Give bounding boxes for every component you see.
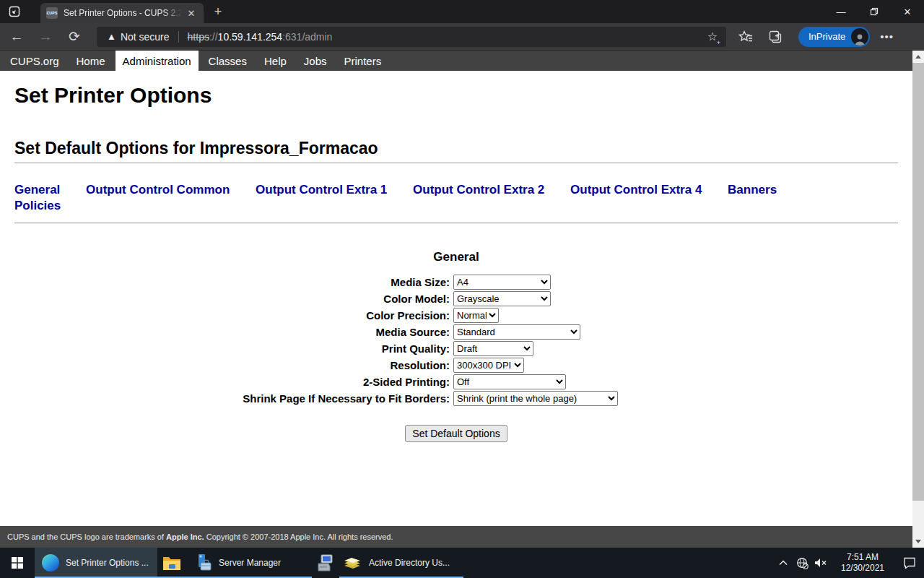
- add-favorite-button[interactable]: ☆+: [705, 29, 720, 45]
- inprivate-label: InPrivate: [808, 31, 845, 42]
- group-link-output-control-extra-1[interactable]: Output Control Extra 1: [256, 183, 387, 197]
- scrollbar-thumb[interactable]: [912, 63, 924, 501]
- shrink-page-select[interactable]: Shrink (print the whole page): [453, 391, 618, 406]
- system-tray: 7:51 AM 12/30/2021: [774, 548, 924, 578]
- not-secure-warning-icon: ▲: [107, 31, 116, 42]
- active-directory-icon: [342, 554, 362, 571]
- collections-icon: [769, 30, 783, 43]
- media-source-select[interactable]: Standard: [453, 324, 580, 340]
- edge-icon: [42, 554, 59, 571]
- tray-chevron-button[interactable]: [774, 548, 793, 578]
- footer-text: CUPS and the CUPS logo are trademarks of…: [7, 532, 393, 541]
- group-link-banners[interactable]: Banners: [728, 183, 777, 197]
- page-scrollbar[interactable]: [912, 51, 924, 548]
- group-link-general[interactable]: General: [14, 183, 60, 197]
- taskbar-clock[interactable]: 7:51 AM 12/30/2021: [834, 552, 891, 574]
- cups-favicon: CUPS: [46, 7, 58, 19]
- taskbar-item-active-directory[interactable]: Active Directory Us...: [339, 548, 463, 578]
- close-button[interactable]: ✕: [891, 0, 924, 23]
- windows-taskbar: Set Printer Options ... Server Manager: [0, 548, 924, 578]
- print-quality-label: Print Quality:: [14, 342, 453, 355]
- cups-nav-bar: CUPS.org Home Administration Classes Hel…: [0, 51, 912, 71]
- person-icon: [853, 33, 866, 46]
- group-link-output-control-extra-4[interactable]: Output Control Extra 4: [570, 183, 702, 197]
- submit-wrap: Set Default Options: [14, 425, 898, 442]
- taskbar-item-server-manager[interactable]: Server Manager: [186, 548, 312, 578]
- tab-close-button[interactable]: ✕: [185, 7, 198, 20]
- group-link-output-control-extra-2[interactable]: Output Control Extra 2: [413, 183, 544, 197]
- restore-icon: [870, 7, 879, 16]
- new-tab-button[interactable]: +: [208, 1, 228, 22]
- media-source-label: Media Source:: [14, 326, 453, 338]
- favorites-button[interactable]: [735, 26, 757, 48]
- nav-item-jobs[interactable]: Jobs: [297, 51, 334, 71]
- color-precision-select[interactable]: Normal: [453, 308, 499, 323]
- option-row-color-model: Color Model: Grayscale: [14, 290, 898, 307]
- refresh-button[interactable]: ⟳: [62, 25, 87, 49]
- network-status-button[interactable]: [793, 548, 811, 578]
- nav-item-printers[interactable]: Printers: [337, 51, 389, 71]
- volume-button[interactable]: [811, 548, 830, 578]
- links-divider: [14, 223, 898, 224]
- url-text: https://10.59.141.254:631/admin: [188, 31, 333, 43]
- clock-date: 12/30/2021: [834, 563, 891, 574]
- speaker-muted-icon: [814, 558, 827, 568]
- media-size-select[interactable]: A4: [453, 275, 551, 290]
- nav-item-home[interactable]: Home: [69, 51, 113, 71]
- back-button[interactable]: ←: [4, 25, 29, 49]
- option-row-resolution: Resolution: 300x300 DPI: [14, 357, 898, 374]
- address-bar[interactable]: ▲ Not secure https://10.59.141.254:631/a…: [97, 27, 726, 47]
- profile-avatar: [851, 28, 868, 46]
- nav-item-help[interactable]: Help: [257, 51, 294, 71]
- option-row-print-quality: Print Quality: Draft: [14, 340, 898, 357]
- color-model-select[interactable]: Grayscale: [453, 291, 551, 306]
- url-host: 10.59.141.254: [218, 31, 283, 43]
- taskbar-item-file-explorer[interactable]: [157, 548, 186, 578]
- option-row-color-precision: Color Precision: Normal: [14, 307, 898, 324]
- color-model-label: Color Model:: [14, 293, 453, 305]
- url-path: :631/admin: [282, 31, 332, 43]
- group-link-policies[interactable]: Policies: [14, 199, 61, 212]
- add-favorite-plus-icon: +: [717, 40, 720, 46]
- nav-item-classes[interactable]: Classes: [201, 51, 254, 71]
- set-default-options-button[interactable]: Set Default Options: [405, 425, 507, 442]
- scrollbar-down-button[interactable]: [912, 535, 924, 548]
- devices-icon: [316, 553, 335, 572]
- option-row-media-source: Media Source: Standard: [14, 324, 898, 340]
- cups-footer: CUPS and the CUPS logo are trademarks of…: [0, 526, 912, 548]
- settings-more-button[interactable]: •••: [880, 30, 894, 43]
- taskbar-item-edge[interactable]: Set Printer Options ...: [35, 548, 157, 578]
- inprivate-badge[interactable]: InPrivate: [798, 27, 870, 47]
- tab-actions-button[interactable]: [0, 0, 29, 23]
- minimize-button[interactable]: —: [824, 0, 858, 23]
- chevron-up-icon: [779, 560, 788, 566]
- taskbar-item-devices[interactable]: [312, 548, 339, 578]
- resolution-label: Resolution:: [14, 359, 453, 371]
- collections-button[interactable]: [765, 26, 787, 48]
- nav-item-cups-org[interactable]: CUPS.org: [3, 51, 66, 71]
- window-controls: — ✕: [824, 0, 924, 23]
- scroll-up-icon: [915, 55, 921, 59]
- resolution-select[interactable]: 300x300 DPI: [453, 358, 524, 373]
- server-manager-task-label: Server Manager: [219, 558, 281, 568]
- group-link-output-control-common[interactable]: Output Control Common: [86, 183, 230, 197]
- url-separator: ://: [209, 31, 218, 43]
- page-content: CUPS.org Home Administration Classes Hel…: [0, 51, 912, 548]
- scrollbar-up-button[interactable]: [912, 51, 924, 63]
- forward-button[interactable]: →: [33, 25, 58, 49]
- server-manager-icon: [193, 553, 212, 572]
- cups-content: Set Printer Options Set Default Options …: [0, 83, 912, 442]
- favorites-icon: [738, 30, 753, 43]
- browser-tab[interactable]: CUPS Set Printer Options - CUPS 2.2.10 ✕: [40, 3, 204, 23]
- action-center-button[interactable]: [895, 548, 924, 578]
- globe-no-internet-icon: [796, 557, 808, 569]
- nav-item-administration[interactable]: Administration: [116, 51, 199, 71]
- two-sided-printing-select[interactable]: Off: [453, 374, 566, 389]
- option-row-media-size: Media Size: A4: [14, 274, 898, 290]
- tab-actions-icon: [9, 6, 20, 17]
- restore-button[interactable]: [858, 0, 891, 23]
- start-button[interactable]: [0, 548, 35, 578]
- print-quality-select[interactable]: Draft: [453, 341, 533, 356]
- windows-logo-icon: [12, 557, 23, 569]
- edge-task-label: Set Printer Options ...: [66, 558, 149, 568]
